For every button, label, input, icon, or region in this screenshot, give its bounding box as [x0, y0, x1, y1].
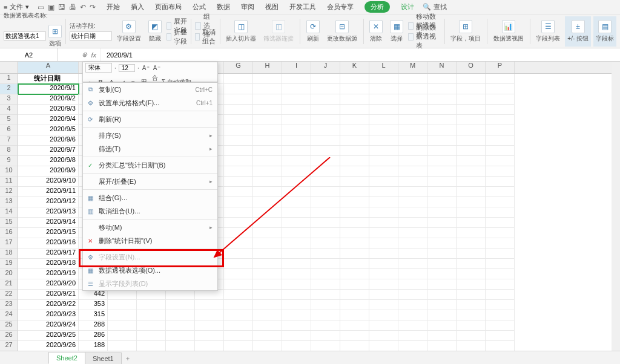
cell[interactable] — [282, 125, 311, 135]
cell[interactable] — [311, 331, 340, 341]
cell[interactable] — [108, 341, 137, 351]
print-icon[interactable]: 🖶 — [69, 3, 76, 11]
cell[interactable] — [166, 341, 195, 351]
cell[interactable] — [108, 290, 137, 300]
cell[interactable] — [427, 74, 457, 84]
font-select[interactable]: 宋体 — [85, 63, 112, 73]
decrease-font-icon[interactable]: A⁻ — [153, 65, 161, 71]
cell[interactable] — [340, 207, 369, 218]
cell[interactable] — [253, 94, 282, 105]
cell[interactable] — [282, 187, 311, 197]
cell[interactable] — [427, 146, 457, 156]
cell[interactable]: 2020/9/4 — [18, 115, 79, 125]
cell[interactable] — [369, 300, 398, 310]
hide-button[interactable]: ◩隐藏 — [146, 16, 164, 47]
cell[interactable]: 2020/9/13 — [18, 207, 79, 218]
cell[interactable] — [282, 228, 311, 238]
cell[interactable] — [398, 331, 427, 341]
ctx-group[interactable]: ▦组合(G)... — [83, 191, 217, 204]
cell[interactable] — [427, 94, 457, 105]
options-icon[interactable]: ⊞ — [48, 25, 62, 38]
cell[interactable] — [486, 238, 515, 249]
cell[interactable] — [427, 341, 457, 351]
cell[interactable] — [253, 259, 282, 269]
cell[interactable] — [398, 197, 427, 207]
cell[interactable] — [253, 331, 282, 341]
cell[interactable]: 286 — [79, 331, 108, 341]
cell[interactable] — [195, 300, 224, 310]
cell[interactable] — [398, 187, 427, 197]
cell[interactable] — [224, 279, 253, 290]
field-headers-button[interactable]: ▤字段标 — [593, 16, 616, 47]
sheet-tab-other[interactable]: Sheet1 — [85, 353, 122, 364]
cell[interactable] — [166, 310, 195, 320]
cell[interactable] — [340, 269, 369, 279]
cell[interactable] — [427, 115, 457, 125]
col-header-K[interactable]: K — [340, 62, 369, 73]
cell[interactable] — [224, 290, 253, 300]
cell[interactable]: 2020/9/15 — [18, 228, 79, 238]
cell[interactable] — [486, 259, 515, 269]
cell[interactable] — [427, 228, 457, 238]
cell[interactable] — [195, 320, 224, 331]
cell[interactable] — [398, 207, 427, 218]
cell[interactable] — [282, 135, 311, 146]
cell[interactable] — [486, 249, 515, 259]
cell[interactable] — [311, 228, 340, 238]
change-source-button[interactable]: ⊟更改数据源 — [325, 16, 360, 47]
row-header[interactable]: 19 — [0, 259, 18, 269]
col-header-M[interactable]: M — [398, 62, 427, 73]
tab-insert[interactable]: 插入 — [131, 2, 144, 11]
cell[interactable] — [369, 320, 398, 331]
cell[interactable] — [282, 249, 311, 259]
cell[interactable]: 188 — [79, 341, 108, 351]
cell[interactable] — [137, 320, 166, 331]
cell[interactable] — [398, 84, 427, 94]
col-header-L[interactable]: L — [369, 62, 398, 73]
cell[interactable] — [224, 300, 253, 310]
cell[interactable] — [486, 207, 515, 218]
cell[interactable] — [398, 259, 427, 269]
cell[interactable] — [311, 249, 340, 259]
increase-font-icon[interactable]: A⁺ — [142, 65, 150, 71]
cell[interactable] — [369, 228, 398, 238]
cell[interactable]: 2020/9/21 — [18, 290, 79, 300]
formula-input[interactable]: 2020/9/1 — [101, 51, 133, 59]
col-header-N[interactable]: N — [427, 62, 457, 73]
cell[interactable]: 2020/9/19 — [18, 269, 79, 279]
cell[interactable] — [224, 310, 253, 320]
row-header[interactable]: 25 — [0, 320, 18, 331]
cell[interactable] — [340, 187, 369, 197]
cell[interactable] — [195, 290, 224, 300]
cell[interactable] — [253, 269, 282, 279]
cell[interactable]: 2020/9/24 — [18, 320, 79, 331]
field-list-button[interactable]: ☰字段列表 — [533, 16, 562, 47]
cell[interactable] — [486, 156, 515, 166]
row-header[interactable]: 10 — [0, 166, 18, 177]
row-header[interactable]: 22 — [0, 290, 18, 300]
row-header[interactable]: 5 — [0, 115, 18, 125]
cell[interactable] — [486, 94, 515, 105]
add-sheet-button[interactable]: + — [121, 353, 134, 364]
cell[interactable]: 2020/9/14 — [18, 218, 79, 228]
cell[interactable] — [224, 320, 253, 331]
cell[interactable] — [457, 135, 486, 146]
cell[interactable] — [340, 300, 369, 310]
cell[interactable]: 2020/9/1 — [18, 84, 79, 94]
cell[interactable] — [398, 94, 427, 105]
row-header[interactable]: 18 — [0, 249, 18, 259]
row-header[interactable]: 16 — [0, 228, 18, 238]
cell[interactable] — [224, 331, 253, 341]
cell[interactable] — [253, 310, 282, 320]
cell[interactable] — [457, 249, 486, 259]
cell[interactable] — [457, 84, 486, 94]
cell[interactable] — [282, 146, 311, 156]
cell[interactable] — [369, 94, 398, 105]
cell[interactable] — [340, 249, 369, 259]
cell[interactable] — [108, 320, 137, 331]
cell[interactable] — [224, 259, 253, 269]
cell[interactable] — [340, 146, 369, 156]
cell[interactable] — [457, 94, 486, 105]
cell[interactable] — [369, 84, 398, 94]
cell[interactable] — [224, 84, 253, 94]
